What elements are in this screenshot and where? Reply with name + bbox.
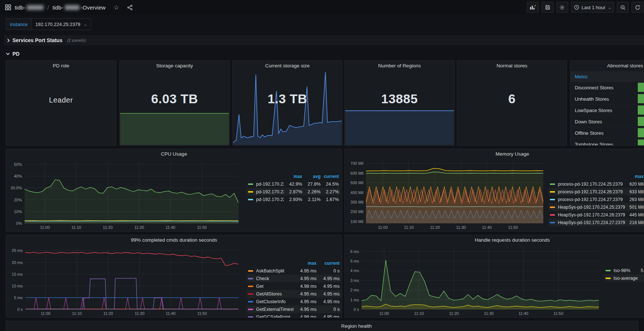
table-row[interactable]: Disconnect Stores xyxy=(570,82,644,93)
table-row[interactable]: Offline Stores xyxy=(570,127,644,139)
series-color-swatch[interactable] xyxy=(248,309,253,310)
row-services-port-status[interactable]: Services Port Status (2 panels) xyxy=(4,35,644,45)
series-name[interactable]: HeapSys-pd-192.170.224.26:2379 xyxy=(558,212,626,217)
series-color-swatch[interactable] xyxy=(248,270,253,272)
series-color-swatch[interactable] xyxy=(248,183,253,185)
panel-title[interactable]: Storage capacity xyxy=(120,61,229,70)
legend-sort-column[interactable]: avg xyxy=(302,174,321,179)
svg-text:11:30: 11:30 xyxy=(135,311,145,316)
breadcrumb[interactable]: tidb- / tidb--Overview xyxy=(15,4,106,11)
panel-title[interactable]: Normal stores xyxy=(457,61,567,70)
dashboard-grid-icon[interactable] xyxy=(5,4,11,10)
legend-value: 620 Mil xyxy=(626,182,644,187)
legend-sort-column[interactable]: current xyxy=(321,174,339,179)
panel-title[interactable]: 99% completed cmds duration seconds xyxy=(6,235,342,245)
series-color-swatch[interactable] xyxy=(248,301,253,302)
add-panel-button[interactable] xyxy=(527,2,539,13)
series-color-swatch[interactable] xyxy=(606,270,611,271)
series-name[interactable]: Check xyxy=(256,276,293,281)
legend-value: 633 Mil xyxy=(626,189,644,194)
zoom-out-time-button[interactable] xyxy=(617,2,629,13)
series-name[interactable]: tso-average xyxy=(614,276,644,281)
svg-text:40%: 40% xyxy=(14,174,22,178)
series-name[interactable]: HeapSys-pd-192.170.224.25:2379 xyxy=(558,205,626,210)
table-row[interactable]: Down Stores xyxy=(570,116,644,127)
refresh-button[interactable] xyxy=(632,2,643,13)
panel-title[interactable]: Number of Regions xyxy=(345,61,454,70)
svg-text:11:50: 11:50 xyxy=(197,311,207,316)
panel-title[interactable]: Current storage size xyxy=(233,61,342,70)
panel-title[interactable]: Handle requests duration seconds xyxy=(345,235,644,245)
table-row[interactable]: LowSpace Stores xyxy=(570,105,644,116)
table-cell-metric: LowSpace Stores xyxy=(575,108,612,113)
legend-sort-column[interactable]: max xyxy=(626,174,644,179)
panel-abnormal-stores: Abnormal stores Metric Disconnect Stores… xyxy=(570,60,644,146)
legend-sort-column[interactable]: current xyxy=(317,261,340,266)
series-name[interactable]: GetGCSafePoint xyxy=(256,315,293,318)
series-name[interactable]: GetExternalTimestamp xyxy=(256,307,293,312)
series-color-swatch[interactable] xyxy=(248,278,253,279)
star-icon[interactable]: ☆ xyxy=(114,4,119,11)
series-color-swatch[interactable] xyxy=(550,214,555,216)
table-cell-value xyxy=(638,140,644,146)
svg-text:11:10: 11:10 xyxy=(404,225,414,230)
svg-text:0 s: 0 s xyxy=(354,307,359,312)
table-cell-value xyxy=(638,128,644,137)
table-row[interactable]: Tombstone Stores xyxy=(570,139,644,146)
series-color-swatch[interactable] xyxy=(248,191,253,193)
series-name[interactable]: pd-192.170.224.25:2379 xyxy=(256,182,284,187)
handle-requests-chart[interactable]: 0 s1 ms2 ms3 ms4 ms5 ms6 ms11:0011:1011:… xyxy=(346,245,603,317)
row-pd[interactable]: PD xyxy=(4,49,644,59)
time-range-picker[interactable]: Last 1 hour ⌄ xyxy=(571,2,614,13)
series-color-swatch[interactable] xyxy=(248,199,253,200)
panel-title[interactable]: Abnormal stores xyxy=(570,61,644,70)
panel-title[interactable]: PD role xyxy=(6,61,116,70)
series-name[interactable]: pd-192.170.224.26:2379 xyxy=(256,189,284,194)
series-color-swatch[interactable] xyxy=(248,316,253,318)
legend-sort-column[interactable]: max xyxy=(293,261,317,266)
table-column-header-metric[interactable]: Metric xyxy=(570,71,644,82)
svg-text:11:10: 11:10 xyxy=(72,311,82,316)
series-color-swatch[interactable] xyxy=(248,286,253,287)
svg-text:1 ms: 1 ms xyxy=(350,298,359,302)
series-color-swatch[interactable] xyxy=(606,278,611,279)
series-name[interactable]: pd-192.170.224.27:2379 xyxy=(256,197,284,202)
variable-instance-select[interactable]: 192.170.224.25:2379 ⌄ xyxy=(31,18,91,30)
series-color-swatch[interactable] xyxy=(550,222,555,223)
panel-title[interactable]: CPU Usage xyxy=(6,149,342,159)
memory-usage-chart[interactable]: 100 Mil200 Mil300 Mil400 Mil500 Mil600 M… xyxy=(346,159,547,231)
legend-row: AskBatchSplit4.95 ms0 s xyxy=(247,267,341,275)
dashboard-settings-button[interactable] xyxy=(556,2,568,13)
series-name[interactable]: tso-98% xyxy=(614,268,644,273)
series-name[interactable]: GetAllStores xyxy=(256,291,293,297)
series-name[interactable]: Get xyxy=(256,284,293,289)
series-name[interactable]: GetClusterInfo xyxy=(256,299,293,304)
svg-text:100 Mil: 100 Mil xyxy=(351,219,363,224)
series-color-swatch[interactable] xyxy=(550,199,555,200)
series-name[interactable]: process-pd-192.170.224.27:2379 xyxy=(558,197,626,202)
series-color-swatch[interactable] xyxy=(248,293,253,295)
panel-current-storage-size: Current storage size 1.3 TB xyxy=(232,60,343,146)
legend-value: 263 Mil xyxy=(626,197,644,202)
panel-title[interactable]: Region health xyxy=(6,321,638,331)
series-color-swatch[interactable] xyxy=(550,191,555,193)
series-name[interactable]: process-pd-192.170.224.26:2379 xyxy=(558,189,626,194)
series-name[interactable]: AskBatchSplit xyxy=(256,268,293,274)
cmds-duration-chart[interactable]: 0 s5 ms10 ms15 ms20 ms25 ms11:0011:1011:… xyxy=(8,245,242,317)
series-color-swatch[interactable] xyxy=(550,183,555,185)
series-name[interactable]: HeapSys-pd-192.170.224.27:2379 xyxy=(558,220,626,225)
panel-title[interactable]: Memory Usage xyxy=(345,149,644,159)
svg-text:11:50: 11:50 xyxy=(508,225,518,230)
legend-value: 4.98 ms xyxy=(293,284,317,289)
share-icon[interactable] xyxy=(127,5,133,10)
legend-sort-column[interactable]: max xyxy=(284,174,302,179)
table-row[interactable]: Unhealth Stores xyxy=(570,93,644,105)
svg-text:0 s: 0 s xyxy=(17,307,23,312)
series-color-swatch[interactable] xyxy=(550,207,555,208)
save-dashboard-button[interactable] xyxy=(542,2,554,13)
series-name[interactable]: process-pd-192.170.224.25:2379 xyxy=(558,182,626,187)
row-title: Services Port Status xyxy=(12,37,62,43)
svg-text:6 ms: 6 ms xyxy=(350,249,359,254)
cpu-usage-chart[interactable]: 0%10%20%30.0%40%50%11:0011:1011:2011:301… xyxy=(8,159,242,231)
svg-text:11:20: 11:20 xyxy=(449,311,459,316)
